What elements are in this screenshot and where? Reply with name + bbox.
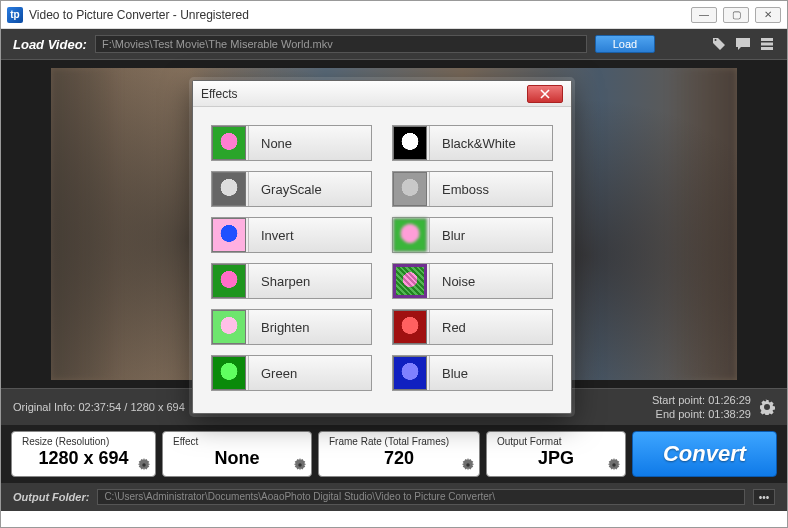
effect-label-blur: Blur — [429, 218, 552, 252]
effect-blue-button[interactable]: Blue — [392, 355, 553, 391]
resize-gear-icon[interactable] — [137, 458, 151, 472]
flower-icon — [212, 218, 246, 252]
flower-icon — [393, 356, 427, 390]
comment-icon[interactable] — [735, 36, 751, 52]
trim-settings-icon[interactable] — [759, 399, 775, 415]
effect-label-green: Green — [248, 356, 371, 390]
effect-label-invert: Invert — [248, 218, 371, 252]
format-gear-icon[interactable] — [607, 458, 621, 472]
effect-green-button[interactable]: Green — [211, 355, 372, 391]
effect-label-none: None — [248, 126, 371, 160]
effect-red-button[interactable]: Red — [392, 309, 553, 345]
end-point: End point: 01:38:29 — [652, 407, 751, 421]
flower-icon — [212, 172, 246, 206]
effect-brighten-button[interactable]: Brighten — [211, 309, 372, 345]
format-panel: Output Format JPG — [486, 431, 626, 477]
effect-label-sharpen: Sharpen — [248, 264, 371, 298]
effect-emboss-button[interactable]: Emboss — [392, 171, 553, 207]
flower-icon — [212, 310, 246, 344]
output-folder-bar: Output Folder: C:\Users\Administrator\Do… — [1, 483, 787, 511]
minimize-button[interactable]: — — [691, 7, 717, 23]
load-video-label: Load Video: — [13, 37, 87, 52]
browse-folder-button[interactable]: ••• — [753, 489, 775, 505]
flower-icon — [393, 264, 427, 298]
effect-gear-icon[interactable] — [293, 458, 307, 472]
flower-icon — [212, 126, 246, 160]
effect-label-emboss: Emboss — [429, 172, 552, 206]
load-video-bar: Load Video: F:\Movies\Test Movie\The Mis… — [1, 29, 787, 59]
app-icon: tp — [7, 7, 23, 23]
effect-panel: Effect None — [162, 431, 312, 477]
framerate-panel: Frame Rate (Total Frames) 720 — [318, 431, 480, 477]
effect-label-bw: Black&White — [429, 126, 552, 160]
flower-icon — [212, 356, 246, 390]
resize-label: Resize (Resolution) — [22, 436, 145, 447]
output-folder-field[interactable]: C:\Users\Administrator\Documents\AoaoPho… — [97, 489, 745, 505]
original-info: Original Info: 02:37:54 / 1280 x 694 — [13, 401, 185, 413]
flower-icon — [393, 310, 427, 344]
effect-invert-button[interactable]: Invert — [211, 217, 372, 253]
flower-icon — [393, 172, 427, 206]
framerate-value: 720 — [329, 447, 469, 469]
effect-label-brighten: Brighten — [248, 310, 371, 344]
video-path-field[interactable]: F:\Movies\Test Movie\The Miserable World… — [95, 35, 587, 53]
maximize-button[interactable]: ▢ — [723, 7, 749, 23]
effect-sharpen-button[interactable]: Sharpen — [211, 263, 372, 299]
convert-button[interactable]: Convert — [632, 431, 777, 477]
dialog-titlebar: Effects — [193, 81, 571, 107]
effect-value: None — [173, 447, 301, 469]
flower-icon — [212, 264, 246, 298]
load-button[interactable]: Load — [595, 35, 655, 53]
effect-label-noise: Noise — [429, 264, 552, 298]
window-titlebar: tp Video to Picture Converter - Unregist… — [1, 1, 787, 29]
effect-label-gray: GrayScale — [248, 172, 371, 206]
close-window-button[interactable]: ✕ — [755, 7, 781, 23]
effect-none-button[interactable]: None — [211, 125, 372, 161]
start-point: Start point: 01:26:29 — [652, 393, 751, 407]
tag-icon[interactable] — [711, 36, 727, 52]
effect-label-blue: Blue — [429, 356, 552, 390]
resize-panel: Resize (Resolution) 1280 x 694 — [11, 431, 156, 477]
framerate-gear-icon[interactable] — [461, 458, 475, 472]
effect-blur-button[interactable]: Blur — [392, 217, 553, 253]
effect-label: Effect — [173, 436, 301, 447]
output-folder-label: Output Folder: — [13, 491, 89, 503]
window-title: Video to Picture Converter - Unregistere… — [29, 8, 691, 22]
flower-icon — [393, 218, 427, 252]
effects-dialog: Effects None Black&White GrayScale Embos… — [192, 80, 572, 414]
settings-panels: Resize (Resolution) 1280 x 694 Effect No… — [1, 425, 787, 483]
effect-noise-button[interactable]: Noise — [392, 263, 553, 299]
format-label: Output Format — [497, 436, 615, 447]
dialog-title: Effects — [201, 87, 237, 101]
effect-grayscale-button[interactable]: GrayScale — [211, 171, 372, 207]
flower-icon — [393, 126, 427, 160]
framerate-label: Frame Rate (Total Frames) — [329, 436, 469, 447]
list-icon[interactable] — [759, 36, 775, 52]
dialog-close-button[interactable] — [527, 85, 563, 103]
resize-value: 1280 x 694 — [22, 447, 145, 469]
format-value: JPG — [497, 447, 615, 469]
effect-blackwhite-button[interactable]: Black&White — [392, 125, 553, 161]
effect-label-red: Red — [429, 310, 552, 344]
